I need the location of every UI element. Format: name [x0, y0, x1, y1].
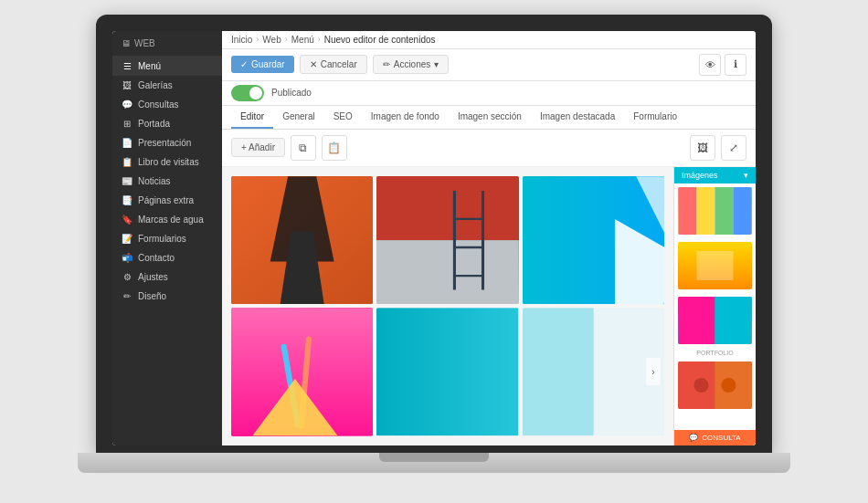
copy-icon: ⧉ [299, 141, 307, 154]
svg-rect-27 [697, 251, 734, 280]
add-button[interactable]: + Añadir [231, 138, 285, 157]
tab-seo-label: SEO [333, 111, 353, 121]
eye-button[interactable]: 👁 [699, 54, 721, 76]
panel-arrow[interactable]: ▾ [744, 171, 748, 180]
panel-title: Imágenes [682, 171, 718, 180]
svg-rect-25 [734, 187, 752, 235]
pool-svg [376, 176, 518, 305]
panel-header: Imágenes ▾ [674, 167, 756, 183]
paste-icon: 📋 [327, 141, 341, 154]
sidebar-item-contacto[interactable]: 📬 Contacto [112, 248, 222, 267]
sidebar-item-consultas[interactable]: 💬 Consultas [112, 95, 222, 114]
actions-button[interactable]: ✏ Acciones ▾ [373, 55, 450, 74]
toolbar-right: 👁 ℹ [699, 54, 746, 76]
panel-thumb-4[interactable] [678, 362, 752, 409]
tab-seo[interactable]: SEO [324, 106, 362, 129]
sidebar-item-libro[interactable]: 📋 Libro de visitas [112, 152, 222, 172]
laptop-shell: 🖥 WEB ☰ Menú 🖼 Galerías 💬 Consultas ⊞ [78, 15, 790, 489]
sidebar-item-ajustes[interactable]: ⚙ Ajustes [112, 267, 222, 287]
sidebar-item-marcas[interactable]: 🔖 Marcas de agua [112, 210, 222, 229]
sidebar-item-presentacion[interactable]: 📄 Presentación [112, 133, 222, 152]
copy-button[interactable]: ⧉ [291, 135, 316, 161]
published-bar: Publicado [222, 81, 756, 106]
tab-imagen-fondo[interactable]: Imagen de fondo [362, 106, 449, 129]
thumb1-svg [678, 187, 752, 235]
sidebar-label-libro: Libro de visitas [138, 157, 199, 167]
svg-point-32 [694, 378, 709, 393]
breadcrumb-web[interactable]: Web [262, 35, 281, 45]
tabs-bar: Editor General SEO Imagen de fondo Image… [222, 106, 756, 130]
actions-label: Acciones [394, 59, 431, 69]
expand-button[interactable]: ⤢ [721, 135, 746, 161]
tab-formulario[interactable]: Formulario [624, 106, 686, 129]
sidebar: 🖥 WEB ☰ Menú 🖼 Galerías 💬 Consultas ⊞ [112, 31, 222, 445]
menu-icon: ☰ [122, 61, 132, 71]
contact-icon: 📬 [122, 253, 132, 263]
expand-icon: ⤢ [729, 141, 738, 154]
sidebar-item-galerias[interactable]: 🖼 Galerías [112, 76, 222, 95]
grid-image-6[interactable]: › [523, 308, 664, 436]
cancel-button[interactable]: ✕ Cancelar [300, 55, 367, 74]
cancel-label: Cancelar [321, 59, 357, 69]
breadcrumb-inicio[interactable]: Inicio [231, 35, 252, 45]
sidebar-item-diseno[interactable]: ✏ Diseño [112, 287, 222, 306]
sidebar-header: 🖥 WEB [112, 31, 222, 57]
consult-button[interactable]: 💬 CONSULTA [674, 430, 756, 445]
svg-rect-2 [300, 261, 304, 289]
grid-image-5[interactable] [376, 308, 518, 436]
chevron-down-icon: ▾ [434, 59, 439, 69]
add-label: + Añadir [241, 142, 275, 152]
sidebar-label-ajustes: Ajustes [138, 272, 168, 282]
svg-rect-28 [679, 297, 715, 344]
sidebar-item-noticias[interactable]: 📰 Noticias [112, 172, 222, 191]
grid-image-3[interactable] [523, 176, 664, 305]
svg-rect-22 [679, 187, 697, 235]
tab-general[interactable]: General [273, 106, 324, 129]
laptop-base [78, 453, 790, 473]
tab-imagen-destacada[interactable]: Imagen destacada [531, 106, 624, 129]
grid-image-1[interactable] [231, 176, 373, 305]
image-button[interactable]: 🖼 [690, 135, 715, 161]
toolbar: ✓ Guardar ✕ Cancelar ✏ Acciones ▾ 👁 ℹ [222, 49, 756, 81]
sidebar-brand: WEB [134, 38, 155, 48]
x-icon: ✕ [310, 59, 317, 69]
watermark-icon: 🔖 [122, 215, 132, 225]
pencil-icon: ✏ [383, 59, 390, 69]
consult-label: CONSULTA [702, 434, 740, 442]
paste-button[interactable]: 📋 [322, 135, 347, 161]
sidebar-label-consultas: Consultas [138, 100, 178, 110]
next-arrow[interactable]: › [646, 358, 661, 385]
sidebar-label-contacto: Contacto [138, 253, 175, 263]
sidebar-item-menu[interactable]: ☰ Menú [112, 57, 222, 76]
svg-point-3 [284, 288, 320, 299]
panel-thumb-1[interactable] [678, 187, 752, 235]
sidebar-item-formularios[interactable]: 📝 Formularios [112, 229, 222, 248]
svg-rect-5 [376, 240, 518, 304]
tab-imagen-seccion[interactable]: Imagen sección [449, 106, 531, 129]
panel-thumb-3[interactable] [678, 297, 752, 344]
grid-image-2[interactable] [376, 176, 518, 305]
save-label: Guardar [251, 59, 285, 69]
tab-editor-label: Editor [240, 111, 264, 121]
main-content: Inicio › Web › Menú › Nuevo editor de co… [222, 31, 756, 445]
grid-image-4[interactable] [231, 308, 373, 436]
breadcrumb-arrow-3: › [318, 35, 321, 44]
info-button[interactable]: ℹ [725, 54, 746, 76]
save-button[interactable]: ✓ Guardar [231, 56, 294, 73]
gear-icon: ⚙ [122, 272, 132, 282]
published-toggle[interactable] [231, 85, 264, 101]
screen-inner: 🖥 WEB ☰ Menú 🖼 Galerías 💬 Consultas ⊞ [112, 31, 756, 445]
svg-rect-29 [715, 297, 752, 344]
right-panel: Imágenes ▾ [673, 167, 756, 445]
tab-editor[interactable]: Editor [231, 106, 273, 129]
sidebar-item-paginas[interactable]: 📑 Páginas extra [112, 191, 222, 210]
sidebar-label-portada: Portada [138, 119, 170, 129]
breadcrumb-menu[interactable]: Menú [291, 35, 314, 45]
sidebar-label-menu: Menú [138, 61, 161, 71]
sidebar-item-portada[interactable]: ⊞ Portada [112, 114, 222, 133]
tab-formulario-label: Formulario [633, 111, 677, 121]
svg-rect-4 [376, 176, 518, 240]
panel-thumb-2[interactable] [678, 242, 752, 289]
monitor-icon: 🖥 [122, 38, 131, 48]
pink-svg [231, 308, 373, 436]
